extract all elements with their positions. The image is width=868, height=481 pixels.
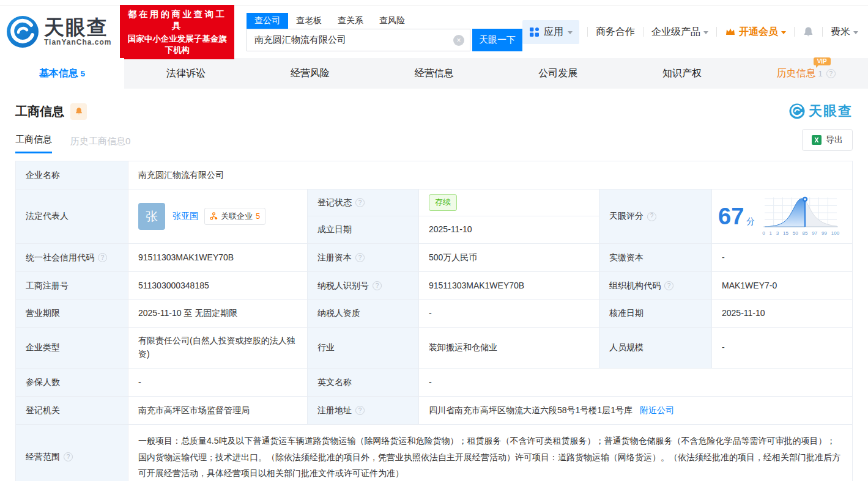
tab-legal-label: 法律诉讼 — [166, 67, 206, 80]
field-value-legal-rep: 张 张亚国 关联企业 5 — [128, 189, 307, 243]
legal-rep-name-link[interactable]: 张亚国 — [172, 210, 198, 223]
score-unit: 分 — [746, 216, 755, 226]
field-value-taxpayer-quality: - — [419, 300, 599, 327]
field-value-insured-count: - — [128, 369, 307, 396]
user-menu[interactable]: 费米 — [831, 26, 858, 39]
logo-domain: TianYanCha.com — [44, 38, 111, 46]
field-value-taxpayer-id: 91511303MAK1WEY70B — [419, 272, 599, 299]
field-value-reg-address: 四川省南充市高坪区物流大道六段58号1号楼1层1号库 附近公司 — [419, 397, 852, 424]
enterprise-products-menu[interactable]: 企业级产品 — [651, 26, 708, 39]
enterprise-label: 企业级产品 — [651, 26, 700, 39]
subtab-history-business-info[interactable]: 历史工商信息0 — [70, 136, 130, 153]
field-value-industry: 装卸搬运和仓储业 — [419, 328, 599, 368]
search-tab-relation[interactable]: 查关系 — [330, 13, 371, 29]
chevron-down-icon — [781, 31, 786, 34]
chevron-down-icon — [703, 31, 708, 34]
search-submit-button[interactable]: 天眼一下 — [472, 29, 522, 51]
nav-divider — [643, 27, 644, 37]
field-label-org-code: 组织机构代码? — [599, 272, 711, 299]
tab-ip-label: 知识产权 — [662, 67, 702, 80]
score-distribution-chart: 01 315 5085 9799 100 — [762, 195, 839, 237]
search-tab-risk[interactable]: 查风险 — [371, 13, 413, 29]
open-vip-menu[interactable]: 开通会员 — [725, 26, 786, 39]
field-label-reg-address: 注册地址? — [308, 397, 418, 424]
field-value-establish-date: 2025-11-10 — [419, 216, 599, 243]
tab-operation-label: 经营信息 — [415, 67, 454, 80]
nav-divider — [794, 27, 795, 37]
field-label-score: 天眼评分? — [599, 189, 711, 243]
score-axis-labels: 01 315 5085 9799 100 — [762, 230, 839, 237]
export-button[interactable]: 导出 — [802, 129, 853, 151]
tab-basic-count: 5 — [81, 69, 85, 78]
business-cooperation-link[interactable]: 商务合作 — [596, 26, 635, 39]
field-label-taxpayer-id: 纳税人识别号? — [308, 272, 418, 299]
field-label-reg-authority: 登记机关 — [16, 397, 128, 424]
field-value-reg-number: 511303000348185 — [128, 272, 307, 299]
vip-badge: VIP — [814, 57, 831, 65]
field-label-insured-count: 参保人数 — [16, 369, 128, 396]
help-icon[interactable]: ? — [826, 69, 836, 78]
company-nav-tabs: 基本信息 5 法律诉讼 经营风险 经营信息 公司发展 知识产权 VIP 历史信息… — [0, 58, 868, 89]
apps-menu[interactable]: 应用 — [522, 20, 579, 44]
field-label-reg-number: 工商注册号 — [16, 272, 128, 299]
tab-operating-info[interactable]: 经营信息 — [372, 58, 496, 89]
field-label-reg-capital: 注册资本? — [308, 244, 418, 271]
tab-legal-proceedings[interactable]: 法律诉讼 — [124, 58, 248, 89]
export-label: 导出 — [826, 134, 843, 145]
tab-history-count: 1 — [818, 69, 823, 78]
field-label-business-scope: 经营范围? — [16, 425, 128, 481]
legal-rep-avatar[interactable]: 张 — [138, 203, 165, 230]
search-tab-company[interactable]: 查公司 — [247, 13, 288, 29]
field-label-taxpayer-quality: 纳税人资质 — [308, 300, 418, 327]
field-value-reg-authority: 南充市高坪区市场监督管理局 — [128, 397, 307, 424]
tianyancha-logo[interactable]: 天眼查 TianYanCha.com — [6, 15, 111, 48]
tab-basic-label: 基本信息 — [39, 67, 78, 80]
business-info-table: 企业名称 南充圆汇物流有限公司 法定代表人 张 张亚国 关联企业 5 登记状态?… — [15, 161, 853, 481]
field-label-legal-rep: 法定代表人 — [16, 189, 128, 243]
notifications-button[interactable] — [803, 26, 814, 38]
help-icon[interactable]: ? — [647, 212, 656, 221]
help-icon[interactable]: ? — [355, 253, 365, 262]
search-tab-boss[interactable]: 查老板 — [288, 13, 330, 29]
nav-divider — [587, 27, 588, 37]
help-icon[interactable]: ? — [664, 281, 673, 290]
subtab-business-info[interactable]: 工商信息 — [15, 134, 52, 153]
section-title: 工商信息 — [15, 103, 64, 120]
tab-development-label: 公司发展 — [538, 67, 577, 80]
help-icon[interactable]: ? — [64, 452, 73, 461]
help-icon[interactable]: ? — [98, 253, 107, 262]
field-value-company-type: 有限责任公司(自然人投资或控股的法人独资) — [128, 328, 307, 368]
apps-grid-icon — [529, 27, 540, 37]
tab-operating-risk[interactable]: 经营风险 — [248, 58, 372, 89]
help-icon[interactable]: ? — [355, 406, 365, 415]
field-label-reg-status: 登记状态? — [308, 189, 418, 216]
tianyancha-logo-icon — [6, 15, 39, 48]
field-value-score: 67 分 — [712, 189, 852, 243]
search-tabs: 查公司 查老板 查关系 查风险 — [247, 13, 522, 29]
search-area: 查公司 查老板 查关系 查风险 × 天眼一下 — [247, 13, 522, 51]
nearby-companies-link[interactable]: 附近公司 — [640, 404, 674, 417]
clear-search-icon[interactable]: × — [453, 35, 464, 46]
slogan-banner: 都在用的商业查询工具 国家中小企业发展子基金旗下机构 — [120, 5, 234, 59]
related-companies-count: 5 — [256, 210, 260, 222]
monitor-bell-button[interactable] — [70, 103, 87, 120]
tab-company-development[interactable]: 公司发展 — [496, 58, 620, 89]
related-companies-label: 关联企业 — [221, 210, 253, 222]
logo-name: 天眼查 — [44, 17, 111, 39]
field-label-paid-capital: 实缴资本 — [599, 244, 711, 271]
status-badge: 存续 — [429, 194, 457, 210]
tab-history-info[interactable]: VIP 历史信息 1 ? — [744, 58, 868, 89]
related-companies-badge[interactable]: 关联企业 5 — [204, 208, 265, 225]
field-label-company-name: 企业名称 — [16, 161, 128, 189]
tianyancha-watermark-icon — [789, 103, 805, 119]
main-content: 工商信息 天眼查 工商信息 历史工商信息0 导出 — [0, 102, 868, 481]
nav-divider — [822, 27, 823, 37]
field-value-business-term: 2025-11-10 至 无固定期限 — [128, 300, 307, 327]
watermark-logo: 天眼查 — [789, 102, 853, 120]
search-input[interactable] — [247, 29, 470, 51]
help-icon[interactable]: ? — [355, 198, 365, 207]
tab-intellectual-property[interactable]: 知识产权 — [620, 58, 744, 89]
nav-divider — [716, 27, 717, 37]
help-icon[interactable]: ? — [373, 281, 382, 290]
tab-basic-info[interactable]: 基本信息 5 — [0, 58, 124, 89]
